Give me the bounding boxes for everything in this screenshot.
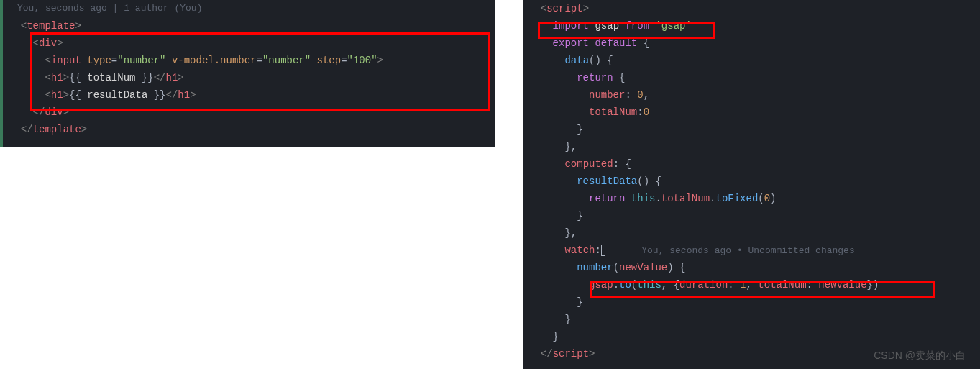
code-line[interactable]: computed: { <box>523 155 980 173</box>
highlight-box-import <box>538 22 715 39</box>
gitlens-annotation: You, seconds ago | 1 author (You) <box>3 0 495 17</box>
gitlens-inline: You, seconds ago • Uncommitted changes <box>641 245 854 256</box>
code-line[interactable]: }, <box>523 138 980 155</box>
code-line[interactable]: return { <box>523 69 980 86</box>
cursor-indicator <box>601 245 605 256</box>
code-line[interactable]: <script> <box>523 0 980 17</box>
code-line[interactable]: totalNum:0 <box>523 104 980 121</box>
code-line[interactable]: }, <box>523 224 980 242</box>
code-line[interactable]: watch: You, seconds ago • Uncommitted ch… <box>523 242 980 259</box>
code-line[interactable]: } <box>523 207 980 224</box>
code-line[interactable]: } <box>523 121 980 138</box>
highlight-box-gsap-call <box>590 281 935 298</box>
code-line[interactable]: resultData() { <box>523 173 980 190</box>
code-line[interactable]: number(newValue) { <box>523 259 980 276</box>
code-line[interactable]: </template> <box>3 121 495 138</box>
highlight-box-left <box>30 32 490 111</box>
code-line[interactable]: return this.totalNum.toFixed(0) <box>523 190 980 207</box>
code-line[interactable]: number: 0, <box>523 86 980 104</box>
watermark: CSDN @卖菜的小白 <box>874 347 966 363</box>
code-line[interactable]: data() { <box>523 52 980 69</box>
right-code-editor[interactable]: <script> import gsap from 'gsap' export … <box>523 0 980 369</box>
code-line[interactable]: } <box>523 328 980 345</box>
code-line[interactable]: } <box>523 311 980 328</box>
